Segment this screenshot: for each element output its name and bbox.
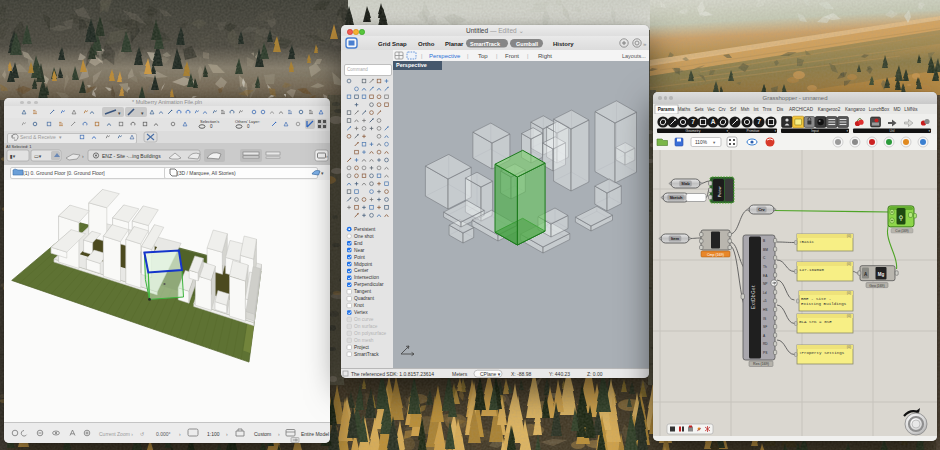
svg-text:110%: 110% <box>695 140 708 145</box>
svg-text:Kangeroo2: Kangeroo2 <box>818 107 841 112</box>
svg-text:|: | <box>527 53 528 59</box>
svg-text:Midpoint: Midpoint <box>354 262 373 267</box>
svg-text:1:100: 1:100 <box>207 431 220 437</box>
svg-text:Grid Snap: Grid Snap <box>378 41 407 47</box>
svg-text:Sets: Sets <box>694 107 704 112</box>
svg-text:Perspective: Perspective <box>429 53 461 59</box>
svg-text:GLA STK = 0SE: GLA STK = 0SE <box>799 320 832 324</box>
svg-text:Knot: Knot <box>354 303 365 308</box>
svg-text:›: › <box>179 431 181 437</box>
svg-text:Planar: Planar <box>445 41 464 47</box>
svg-text:Crv: Crv <box>758 207 765 212</box>
svg-text:LunchBox: LunchBox <box>869 107 890 112</box>
svg-text:Ld: Ld <box>763 291 767 295</box>
svg-text:Th: Th <box>763 265 767 269</box>
svg-text:Dis: Dis <box>777 107 784 112</box>
svg-text:Front: Front <box>505 53 519 59</box>
svg-text:Cut (169): Cut (169) <box>895 229 908 233</box>
svg-text:(0): (0) <box>847 291 851 295</box>
svg-text:Custom: Custom <box>254 431 271 437</box>
svg-text:▾: ▾ <box>727 129 729 133</box>
svg-text:(0): (0) <box>847 234 851 238</box>
svg-text:CPlane ▾: CPlane ▾ <box>480 371 501 377</box>
svg-text:BM: BM <box>763 248 768 252</box>
svg-text:▮▾: ▮▾ <box>10 153 16 159</box>
svg-text:Persistent: Persistent <box>354 227 376 232</box>
svg-text:›: › <box>278 431 280 437</box>
svg-text:Input: Input <box>811 129 819 133</box>
svg-text:Kangaroo: Kangaroo <box>845 107 865 112</box>
svg-text:▾: ▾ <box>929 129 931 133</box>
svg-text:Perpendicular: Perpendicular <box>354 282 384 287</box>
svg-text:147.169098: 147.169098 <box>799 268 825 272</box>
svg-text:Layouts...: Layouts... <box>622 53 646 59</box>
svg-text:HS: HS <box>763 308 767 312</box>
svg-text:»: » <box>643 41 647 47</box>
svg-text:›: › <box>82 153 84 159</box>
svg-text:Msh: Msh <box>741 107 750 112</box>
svg-text:The referenced SDK: 1.0.8157.2: The referenced SDK: 1.0.8157.23614 <box>351 371 434 377</box>
svg-text:PS: PS <box>763 351 767 355</box>
svg-text:NP: NP <box>763 282 767 286</box>
svg-text:›: › <box>226 431 228 437</box>
svg-text:Project: Project <box>354 345 370 350</box>
svg-text:Entire Model: Entire Model <box>301 431 329 437</box>
svg-text:Top: Top <box>478 53 488 59</box>
svg-text:Center: Center <box>354 268 369 273</box>
svg-text:On surface: On surface <box>354 324 378 329</box>
svg-text:0.000°: 0.000° <box>156 431 171 437</box>
svg-text:Params: Params <box>658 107 675 112</box>
svg-text:Tangent: Tangent <box>354 289 372 294</box>
svg-text:Pview: Pview <box>717 187 722 198</box>
svg-text:History: History <box>553 41 574 47</box>
svg-text:▾: ▾ <box>321 170 324 176</box>
svg-text:Intersection: Intersection <box>354 275 379 280</box>
svg-text:Y: 440.23: Y: 440.23 <box>549 371 570 377</box>
svg-text:On polysurface: On polysurface <box>354 331 387 336</box>
svg-text:Geometry: Geometry <box>686 129 701 133</box>
svg-text:Slab: Slab <box>681 181 690 186</box>
svg-text:+5: +5 <box>763 299 767 303</box>
svg-text:Gumball: Gumball <box>516 41 538 47</box>
svg-text:Cmp (169): Cmp (169) <box>707 253 724 257</box>
svg-text:One shot: One shot <box>354 234 374 239</box>
svg-text:!Basic: !Basic <box>799 240 815 244</box>
svg-text:End: End <box>354 241 363 246</box>
svg-text:!Property Settings: !Property Settings <box>799 351 845 355</box>
svg-text:Geo (169): Geo (169) <box>869 284 884 288</box>
svg-text:ARCHICAD: ARCHICAD <box>789 107 814 112</box>
svg-text:SmartTrack: SmartTrack <box>354 352 379 357</box>
svg-text:|: | <box>467 53 468 59</box>
svg-text:BRE - Site -: BRE - Site - <box>801 297 831 301</box>
svg-text:7: 7 <box>757 118 761 125</box>
svg-text:Primitive: Primitive <box>747 129 760 133</box>
svg-text:Crv: Crv <box>718 107 726 112</box>
svg-text:ENZ - Site -...ing Buildings: ENZ - Site -...ing Buildings <box>102 153 161 159</box>
svg-text:Send & Receive: Send & Receive <box>20 134 56 140</box>
svg-text:Point: Point <box>354 255 366 260</box>
svg-text:Vec: Vec <box>707 107 715 112</box>
svg-text:↺: ↺ <box>140 431 144 437</box>
svg-text:Near: Near <box>354 248 365 253</box>
svg-text:SmartTrack: SmartTrack <box>470 41 501 47</box>
svg-text:▾: ▾ <box>847 129 849 133</box>
svg-text:(0): (0) <box>847 262 851 266</box>
svg-text:(0): (0) <box>847 314 851 318</box>
svg-text:Right: Right <box>538 53 552 59</box>
svg-text:B: B <box>763 239 765 243</box>
svg-text:SF: SF <box>763 325 767 329</box>
svg-text:Z: 0.00: Z: 0.00 <box>587 371 603 377</box>
svg-text:On mesh: On mesh <box>354 338 374 343</box>
svg-text:Sketch: Sketch <box>669 195 683 200</box>
svg-text:Vertex: Vertex <box>354 310 368 315</box>
svg-text:LMNts: LMNts <box>904 107 918 112</box>
svg-text:Current Zoom ›: Current Zoom › <box>99 431 133 437</box>
svg-text:RD: RD <box>763 342 768 346</box>
svg-text:IS: IS <box>763 317 766 321</box>
svg-text:On curve: On curve <box>354 317 374 322</box>
svg-text:Util: Util <box>890 129 895 133</box>
svg-text:Trns: Trns <box>762 107 772 112</box>
svg-text:0: 0 <box>210 124 213 129</box>
svg-text:(0): (0) <box>847 345 851 349</box>
svg-text:|: | <box>421 53 422 59</box>
